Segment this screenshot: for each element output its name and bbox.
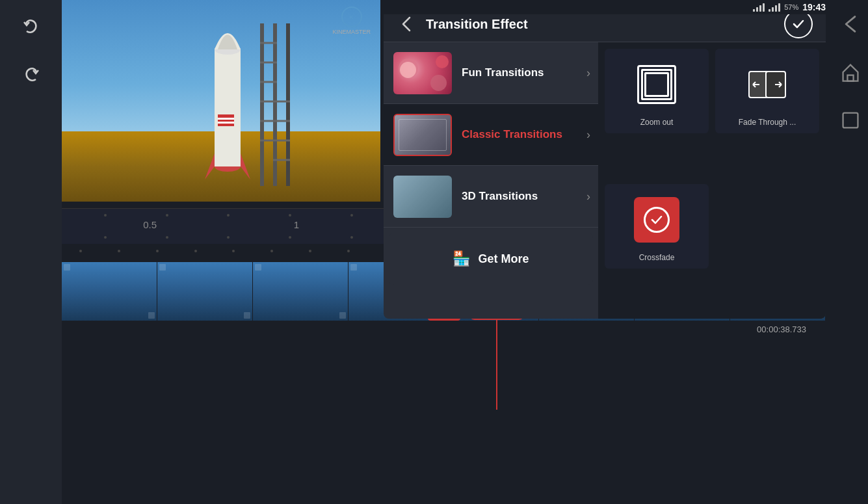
ruler-mark-05: 0.5	[143, 219, 157, 230]
fade-through-label: Fade Through ...	[739, 118, 796, 127]
fun-thumbnail	[393, 52, 452, 94]
kinemaster-logo: K KINEMASTER	[332, 7, 371, 35]
svg-rect-18	[215, 49, 241, 166]
zoom-out-icon	[637, 65, 676, 104]
end-time: 00:00:38.733	[757, 325, 806, 334]
nav-back-button[interactable]	[836, 10, 865, 38]
svg-rect-9	[286, 23, 290, 186]
classic-chevron: ›	[586, 128, 590, 142]
clock-time: 19:43	[802, 2, 826, 12]
categories-list: Fun Transitions › Classic Transitions › …	[384, 42, 598, 319]
signal-icon-2	[769, 3, 780, 12]
classic-thumbnail	[393, 114, 452, 156]
store-icon: 🏪	[453, 250, 470, 267]
effect-fade-through[interactable]: Fade Through ...	[715, 49, 819, 133]
classic-label: Classic Transitions	[462, 128, 562, 141]
fun-label: Fun Transitions	[462, 66, 544, 79]
panel-title: Transition Effect	[426, 17, 774, 32]
crossfade-selected-ring	[644, 207, 670, 233]
category-3d-transitions[interactable]: 3D Transitions ›	[384, 166, 598, 228]
get-more-label: Get More	[478, 252, 529, 266]
svg-rect-21	[218, 118, 234, 120]
back-button[interactable]	[397, 14, 416, 34]
effect-zoom-out[interactable]: Zoom out	[605, 49, 709, 133]
playhead: 00:00:19.327	[496, 319, 497, 410]
ruler-mark-1: 1	[294, 219, 299, 230]
left-sidebar	[0, 0, 62, 504]
layers-button[interactable]	[836, 106, 865, 135]
category-fun-transitions[interactable]: Fun Transitions ›	[384, 42, 598, 104]
signal-icon-1	[753, 3, 765, 12]
undo-button[interactable]	[17, 13, 46, 42]
get-more-button[interactable]: 🏪 Get More	[389, 233, 593, 285]
svg-rect-22	[218, 122, 234, 124]
home-button[interactable]	[836, 58, 865, 86]
crossfade-label: Crossfade	[639, 253, 675, 262]
threed-thumbnail	[393, 176, 452, 218]
right-sidebar	[832, 0, 868, 504]
battery-icon: 57%	[784, 3, 798, 11]
zoom-out-label: Zoom out	[640, 118, 674, 127]
battery-percent: 57%	[784, 3, 798, 11]
threed-chevron: ›	[586, 190, 590, 204]
svg-rect-7	[260, 23, 264, 186]
svg-rect-8	[273, 23, 277, 186]
redo-button[interactable]	[17, 61, 46, 90]
effect-crossfade[interactable]: Crossfade	[605, 184, 709, 269]
video-preview: K KINEMASTER	[62, 0, 380, 202]
svg-rect-20	[218, 114, 234, 126]
svg-rect-28	[843, 113, 858, 128]
film-segment-3	[253, 262, 349, 321]
fade-through-icon	[748, 65, 787, 104]
svg-rect-27	[847, 75, 853, 81]
film-segment-2	[157, 262, 253, 321]
effects-grid: Zoom out Fade Throug	[598, 42, 826, 319]
status-bar: 57% 19:43	[384, 0, 832, 14]
fun-chevron: ›	[586, 66, 590, 80]
threed-label: 3D Transitions	[462, 190, 538, 203]
crossfade-icon	[634, 197, 679, 243]
category-classic-transitions[interactable]: Classic Transitions ›	[384, 104, 598, 166]
transition-panel: Transition Effect Fun Transitions ›	[384, 7, 826, 319]
film-segment-1	[62, 262, 157, 321]
